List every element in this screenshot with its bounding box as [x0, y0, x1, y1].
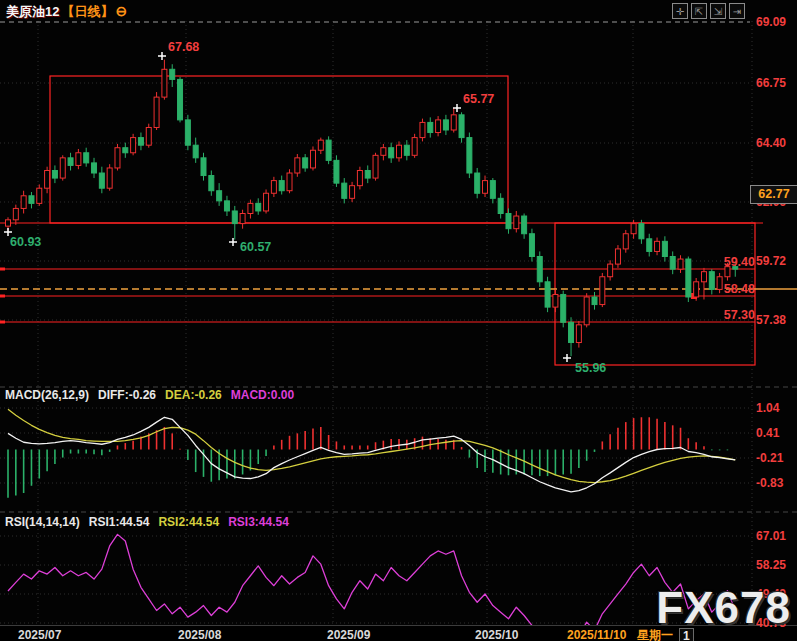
- time-axis-label: 2025/07: [18, 628, 61, 641]
- chart-canvas[interactable]: [0, 0, 797, 641]
- price-axis-label: 66.75: [756, 76, 786, 90]
- extreme-price-annotation: 55.96: [575, 361, 606, 375]
- chart-title: 美原油12【日线】⊖: [6, 3, 129, 21]
- price-axis-label: 57.38: [756, 313, 786, 327]
- rsi-axis-label: 67.01: [756, 529, 786, 543]
- macd-legend-item: MACD:0.00: [231, 388, 294, 402]
- rsi-legend-item: RSI2:44.54: [158, 515, 219, 529]
- crosshair-icon[interactable]: ✛: [672, 3, 688, 19]
- extreme-price-annotation: 60.93: [10, 235, 41, 249]
- macd-axis-label: -0.21: [756, 451, 783, 465]
- macd-legend-item: MACD(26,12,9): [5, 388, 89, 402]
- period-label: 【日线】: [61, 4, 113, 19]
- price-line-label: 58.48: [699, 282, 755, 296]
- extreme-price-annotation: 60.57: [240, 240, 271, 254]
- extreme-price-annotation: 65.77: [463, 92, 494, 106]
- price-line-label: 57.30: [699, 308, 755, 322]
- fx678-watermark: FX678: [656, 583, 791, 633]
- scale-right-axis-icon[interactable]: ⇲: [710, 3, 726, 19]
- chart-toolbar: ✛⇱⇲⇥: [672, 3, 745, 19]
- macd-axis-label: 0.41: [756, 426, 779, 440]
- time-axis-label: 2025/08: [178, 628, 221, 641]
- price-axis-label: 59.72: [756, 254, 786, 268]
- macd-legend-item: DEA:-0.26: [165, 388, 222, 402]
- extreme-price-annotation: 67.68: [168, 40, 199, 54]
- rsi-legend-item: RSI3:44.54: [228, 515, 289, 529]
- rsi-legend-item: RSI(14,14,14): [5, 515, 80, 529]
- detach-window-icon[interactable]: ⇥: [729, 3, 745, 19]
- macd-axis-label: 1.04: [756, 401, 779, 415]
- scale-left-axis-icon[interactable]: ⇱: [691, 3, 707, 19]
- price-line-label: 59.40: [699, 255, 755, 269]
- symbol-name: 美原油12: [6, 4, 59, 19]
- rsi-legend-item: RSI1:44.54: [89, 515, 150, 529]
- price-axis-label: 69.09: [756, 15, 786, 29]
- rsi-legend: RSI(14,14,14)RSI1:44.54RSI2:44.54RSI3:44…: [5, 515, 298, 529]
- time-axis-label: 2025/11/10: [567, 628, 626, 641]
- time-axis-label: 2025/10: [475, 628, 518, 641]
- cursor-price-readout: 62.77: [750, 185, 797, 204]
- macd-axis-label: -0.83: [756, 476, 783, 490]
- time-axis-label: 2025/09: [327, 628, 370, 641]
- macd-legend: MACD(26,12,9)DIFF:-0.26DEA:-0.26MACD:0.0…: [5, 388, 303, 402]
- macd-legend-item: DIFF:-0.26: [98, 388, 156, 402]
- collapse-icon[interactable]: ⊖: [115, 3, 127, 19]
- chart-window: 美原油12【日线】⊖ ✛⇱⇲⇥ 62.77 MACD(26,12,9)DIFF:…: [0, 0, 797, 641]
- rsi-axis-label: 58.25: [756, 558, 786, 572]
- price-axis-label: 64.40: [756, 136, 786, 150]
